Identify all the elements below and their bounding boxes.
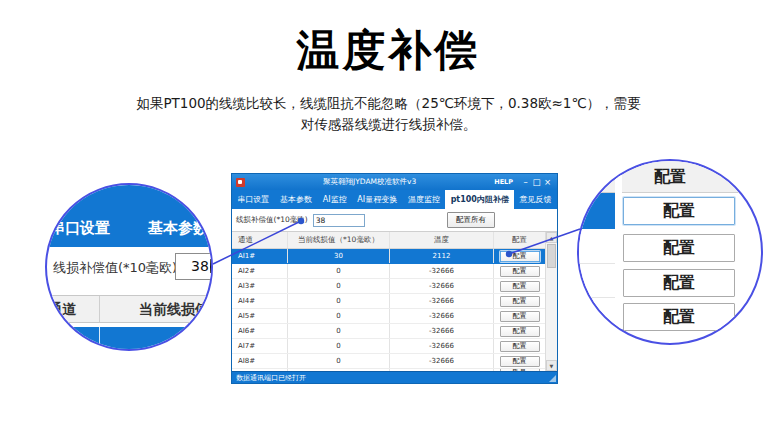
magnified-table-header: 通道 当前线损值 <box>47 295 211 323</box>
cell-loss: 0 <box>288 264 390 278</box>
magnified-selected-row <box>47 327 211 351</box>
tab-feedback[interactable]: 意见反馈 <box>514 190 557 209</box>
table-row[interactable]: AI1# 30 2112 配置 <box>232 249 545 264</box>
window-titlebar: 聚英翱翔JYDAM校准软件v3 HELP – □ × <box>232 174 557 190</box>
config-button[interactable]: 配置 <box>500 341 540 352</box>
magnified-loss-value: 38 <box>191 258 209 274</box>
column-divider <box>99 296 100 322</box>
right-magnifier-callout: 配置 配置 配置 配置 配置 <box>577 159 763 345</box>
cell-loss: 0 <box>288 339 390 353</box>
table-row[interactable]: AI2# 0 -32666 配置 <box>232 264 545 279</box>
left-magnifier-callout: 串口设置 基本参数 线损补偿值(*10毫欧) 38 通道 当前线损值 <box>45 183 213 351</box>
column-divider <box>99 327 100 351</box>
table-row[interactable]: AI7# 0 -32666 配置 <box>232 339 545 354</box>
config-button[interactable]: 配置 <box>500 311 540 322</box>
cell-channel: AI6# <box>232 324 288 338</box>
cell-loss: 0 <box>288 324 390 338</box>
cell-channel: AI2# <box>232 264 288 278</box>
config-button[interactable]: 配置 <box>500 266 540 277</box>
page-title: 温度补偿 <box>0 22 777 80</box>
status-bar: 数据通讯端口已经打开 <box>232 371 557 383</box>
table-header-row: 通道 当前线损值（*10毫欧） 温度 配置 <box>232 232 545 249</box>
cell-temp: -32666 <box>390 294 494 308</box>
table-row[interactable]: AI3# 0 -32666 配置 <box>232 279 545 294</box>
tab-pt100-compensation[interactable]: pt100内阻补偿 <box>445 190 514 209</box>
cell-temp: -32666 <box>390 339 494 353</box>
compensation-toolbar: 线损补偿值(*10毫欧) 配置所有 <box>232 209 557 231</box>
tab-ai-range[interactable]: AI量程变换 <box>352 190 403 209</box>
table-grid: 通道 当前线损值（*10毫欧） 温度 配置 AI1# 30 2112 配置 AI… <box>232 232 545 371</box>
config-all-button[interactable]: 配置所有 <box>447 212 495 228</box>
minimize-icon[interactable]: – <box>520 175 531 189</box>
tab-serial-settings[interactable]: 串口设置 <box>232 190 275 209</box>
config-button[interactable]: 配置 <box>500 251 540 262</box>
cell-temp: -32666 <box>390 264 494 278</box>
magnified-row-fragment <box>579 230 615 264</box>
cell-channel: AI4# <box>232 294 288 308</box>
app-icon <box>236 178 245 187</box>
text-caret <box>210 259 211 273</box>
vertical-scrollbar[interactable]: ▲ ▼ <box>545 232 557 371</box>
scrollbar-thumb[interactable] <box>547 244 556 268</box>
magnified-config-button[interactable]: 配置 <box>623 197 735 225</box>
cell-loss: 0 <box>288 294 390 308</box>
scroll-up-icon[interactable]: ▲ <box>546 232 557 243</box>
loss-compensation-input[interactable] <box>313 214 365 227</box>
close-icon[interactable]: × <box>542 175 553 189</box>
config-button[interactable]: 配置 <box>500 296 540 307</box>
page: 温度补偿 如果PT100的线缆比较长，线缆阻抗不能忽略（25℃环境下，0.38欧… <box>0 0 777 426</box>
cell-temp: -32666 <box>390 309 494 323</box>
subtitle-line-1: 如果PT100的线缆比较长，线缆阻抗不能忽略（25℃环境下，0.38欧≈1℃），… <box>0 93 777 114</box>
cell-temp: -32666 <box>390 354 494 368</box>
cell-temp: -32666 <box>390 324 494 338</box>
tab-ai-monitor[interactable]: AI监控 <box>317 190 352 209</box>
cell-loss: 0 <box>288 354 390 368</box>
cell-channel: AI1# <box>232 249 288 263</box>
scroll-down-icon[interactable]: ▼ <box>546 360 557 371</box>
tab-temp-monitor[interactable]: 温度监控 <box>403 190 446 209</box>
help-button[interactable]: HELP <box>494 178 513 186</box>
header-temp: 温度 <box>390 232 494 248</box>
status-text: 数据通讯端口已经打开 <box>236 373 306 383</box>
header-channel: 通道 <box>232 232 288 248</box>
table-row[interactable]: AI4# 0 -32666 配置 <box>232 294 545 309</box>
subtitle-line-2: 对传感器线缆进行线损补偿。 <box>0 114 777 135</box>
cell-channel: AI5# <box>232 309 288 323</box>
page-subtitle: 如果PT100的线缆比较长，线缆阻抗不能忽略（25℃环境下，0.38欧≈1℃），… <box>0 93 777 135</box>
tab-basic-params[interactable]: 基本参数 <box>275 190 318 209</box>
table-row[interactable]: AI5# 0 -32666 配置 <box>232 309 545 324</box>
config-button[interactable]: 配置 <box>500 326 540 337</box>
window-title: 聚英翱翔JYDAM校准软件v3 <box>245 177 494 187</box>
magnified-config-header-label: 配置 <box>579 167 761 188</box>
table-row[interactable]: AI6# 0 -32666 配置 <box>232 324 545 339</box>
header-config: 配置 <box>494 232 545 248</box>
magnified-loss-input[interactable]: 38 <box>175 253 213 280</box>
magnified-config-button[interactable]: 配置 <box>623 234 735 262</box>
cell-loss: 0 <box>288 309 390 323</box>
magnified-tab-serial: 串口设置 <box>50 219 110 238</box>
config-button[interactable]: 配置 <box>500 281 540 292</box>
magnified-header-loss: 当前线损值 <box>139 301 209 319</box>
magnified-config-header: 配置 <box>579 161 761 193</box>
cell-temp: 2112 <box>390 249 494 263</box>
column-divider <box>615 161 622 343</box>
magnified-header-channel: 通道 <box>48 301 76 319</box>
magnified-row-fragment <box>579 265 615 298</box>
channel-table: 通道 当前线损值（*10毫欧） 温度 配置 AI1# 30 2112 配置 AI… <box>232 231 557 371</box>
app-window: 聚英翱翔JYDAM校准软件v3 HELP – □ × 串口设置 基本参数 AI监… <box>231 173 558 384</box>
magnified-config-button[interactable]: 配置 <box>623 303 735 331</box>
resize-grip-icon[interactable] <box>549 375 556 382</box>
cell-channel: AI7# <box>232 339 288 353</box>
scrollbar-track[interactable] <box>546 269 557 360</box>
table-row[interactable]: AI8# 0 -32666 配置 <box>232 354 545 369</box>
cell-temp: -32666 <box>390 279 494 293</box>
loss-input-label: 线损补偿值(*10毫欧) <box>236 215 308 225</box>
maximize-icon[interactable]: □ <box>531 175 542 189</box>
magnified-config-button[interactable]: 配置 <box>623 269 735 297</box>
header-loss: 当前线损值（*10毫欧） <box>288 232 390 248</box>
cell-channel: AI8# <box>232 354 288 368</box>
config-button[interactable]: 配置 <box>500 356 540 367</box>
cell-channel: AI3# <box>232 279 288 293</box>
magnified-tab-bar: 串口设置 基本参数 <box>47 185 211 247</box>
magnified-selected-row-fragment <box>579 193 615 229</box>
